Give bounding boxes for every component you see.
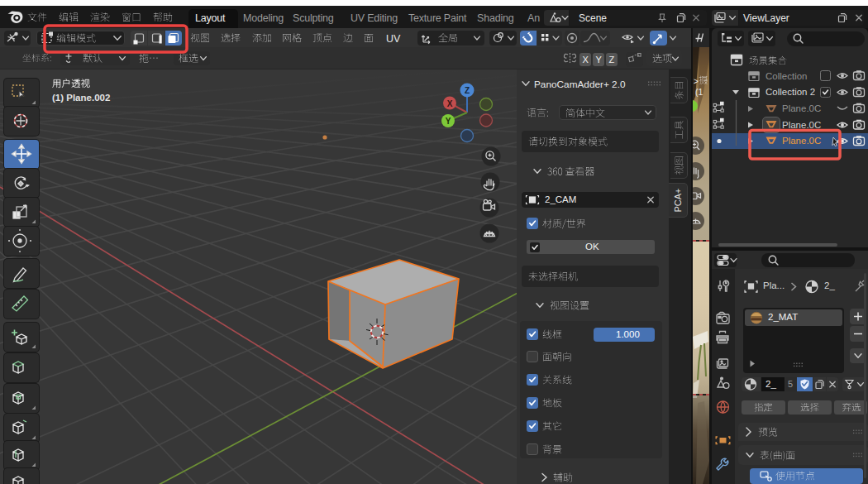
svg-text:X: X: [447, 99, 453, 108]
svg-text:Y: Y: [446, 117, 451, 126]
svg-text:Z: Z: [465, 86, 470, 95]
